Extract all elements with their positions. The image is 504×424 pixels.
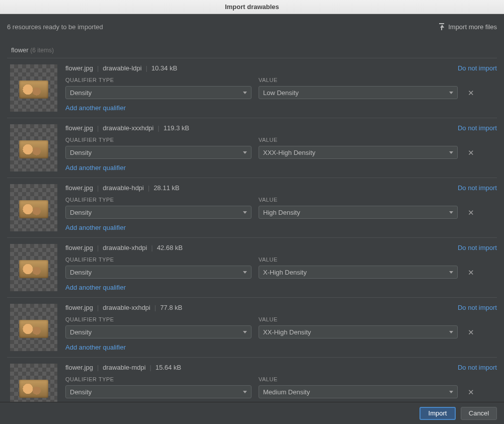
file-name: flower.jpg [65,64,93,72]
qualifier-type-value: Density [70,328,92,336]
do-not-import-link[interactable]: Do not import [458,124,497,132]
chevron-down-icon [449,391,453,393]
close-icon: ✕ [468,328,474,336]
resource-item: flower.jpg | drawable-ldpi | 10.34 kB Do… [7,58,497,118]
chevron-down-icon [243,391,247,393]
close-icon: ✕ [468,388,474,396]
file-size: 28.11 kB [153,184,179,192]
remove-qualifier-button[interactable]: ✕ [465,326,477,338]
qualifier-value-select[interactable]: Medium Density [259,385,458,398]
file-size: 42.68 kB [157,244,183,251]
qualifier-value-select[interactable]: X-High Density [259,266,458,279]
remove-qualifier-button[interactable]: ✕ [465,146,477,158]
chevron-down-icon [449,271,453,274]
do-not-import-link[interactable]: Do not import [458,64,497,72]
qualifier-type-label: QUALIFIER TYPE [65,137,251,143]
group-count: (6 items) [30,47,54,54]
content-area: flower (6 items) flower.jpg | drawable-l… [0,39,504,402]
file-info-line: flower.jpg | drawable-mdpi | 15.64 kB [65,364,181,371]
file-name: flower.jpg [65,304,93,311]
qualifier-value-select[interactable]: XX-High Density [259,325,458,338]
qualifier-type-select[interactable]: Density [65,325,251,338]
qualifier-type-label: QUALIFIER TYPE [65,197,251,203]
close-icon: ✕ [468,209,474,216]
value-label: VALUE [259,197,445,203]
qualifier-type-value: Density [70,269,92,276]
thumbnail [10,184,57,231]
file-info-line: flower.jpg | drawable-xxxhdpi | 119.3 kB [65,124,189,132]
qualifier-value-select[interactable]: XXX-High Density [259,146,458,159]
add-qualifier-link[interactable]: Add another qualifier [65,284,497,291]
qualifier-type-select[interactable]: Density [65,206,251,219]
value-label: VALUE [259,316,445,322]
toolbar: 6 resources ready to be imported Import … [0,14,504,39]
qualifier-type-label: QUALIFIER TYPE [65,257,251,263]
remove-qualifier-button[interactable]: ✕ [465,386,477,398]
thumbnail [10,124,57,172]
qualifier-type-value: Density [70,149,92,156]
remove-qualifier-button[interactable]: ✕ [465,87,477,99]
folder-name: drawable-mdpi [103,364,145,371]
cancel-button[interactable]: Cancel [461,407,497,420]
window-title-bar: Import drawables [0,0,504,14]
import-more-files-button[interactable]: Import more files [438,23,497,31]
qualifier-type-label: QUALIFIER TYPE [65,316,251,322]
items-list: flower.jpg | drawable-ldpi | 10.34 kB Do… [7,58,497,402]
resource-item: flower.jpg | drawable-xxxhdpi | 119.3 kB… [7,118,497,178]
value-label: VALUE [259,376,445,382]
folder-name: drawable-xhdpi [103,244,147,251]
close-icon: ✕ [468,269,474,276]
qualifier-type-value: Density [70,89,92,97]
folder-name: drawable-xxhdpi [103,304,150,311]
add-qualifier-link[interactable]: Add another qualifier [65,224,497,231]
chevron-down-icon [449,331,453,333]
value-label: VALUE [259,137,445,143]
chevron-down-icon [449,211,453,214]
qualifier-type-label: QUALIFIER TYPE [65,376,251,382]
import-button[interactable]: Import [419,407,456,420]
qualifier-type-value: Density [70,388,92,396]
qualifier-type-select[interactable]: Density [65,266,251,279]
chevron-down-icon [449,151,453,154]
file-name: flower.jpg [65,124,93,132]
qualifier-type-select[interactable]: Density [65,385,251,398]
add-qualifier-link[interactable]: Add another qualifier [65,164,497,172]
qualifier-selected-value: XXX-High Density [263,149,315,156]
qualifier-value-select[interactable]: High Density [259,206,458,219]
resource-item: flower.jpg | drawable-xhdpi | 42.68 kB D… [7,238,497,298]
remove-qualifier-button[interactable]: ✕ [465,206,477,218]
qualifier-type-value: Density [70,209,92,216]
bottom-bar: Import Cancel [0,402,504,424]
qualifier-type-select[interactable]: Density [65,86,251,99]
file-info-line: flower.jpg | drawable-ldpi | 10.34 kB [65,64,177,72]
file-name: flower.jpg [65,364,93,371]
qualifier-type-select[interactable]: Density [65,146,251,159]
folder-name: drawable-hdpi [103,184,144,192]
file-info-line: flower.jpg | drawable-hdpi | 28.11 kB [65,184,180,192]
file-size: 10.34 kB [151,64,177,72]
do-not-import-link[interactable]: Do not import [458,244,497,251]
do-not-import-link[interactable]: Do not import [458,364,497,371]
group-header: flower (6 items) [7,39,497,58]
add-qualifier-link[interactable]: Add another qualifier [65,344,497,351]
close-icon: ✕ [468,89,474,97]
remove-qualifier-button[interactable]: ✕ [465,266,477,278]
qualifier-value-select[interactable]: Low Density [259,86,458,99]
file-name: flower.jpg [65,184,93,192]
file-info-line: flower.jpg | drawable-xxhdpi | 77.8 kB [65,304,182,311]
thumbnail [10,64,57,112]
window-title: Import drawables [225,3,279,11]
file-info-line: flower.jpg | drawable-xhdpi | 42.68 kB [65,244,183,251]
do-not-import-link[interactable]: Do not import [458,184,497,192]
import-button-label: Import [429,409,447,417]
resource-item: flower.jpg | drawable-xxhdpi | 77.8 kB D… [7,298,497,358]
chevron-down-icon [243,331,247,333]
chevron-down-icon [243,151,247,154]
chevron-down-icon [243,92,247,94]
file-size: 77.8 kB [160,304,182,311]
add-qualifier-link[interactable]: Add another qualifier [65,104,497,112]
folder-name: drawable-xxxhdpi [103,124,153,132]
thumbnail [10,364,57,402]
upload-icon [438,23,445,30]
do-not-import-link[interactable]: Do not import [458,304,497,311]
